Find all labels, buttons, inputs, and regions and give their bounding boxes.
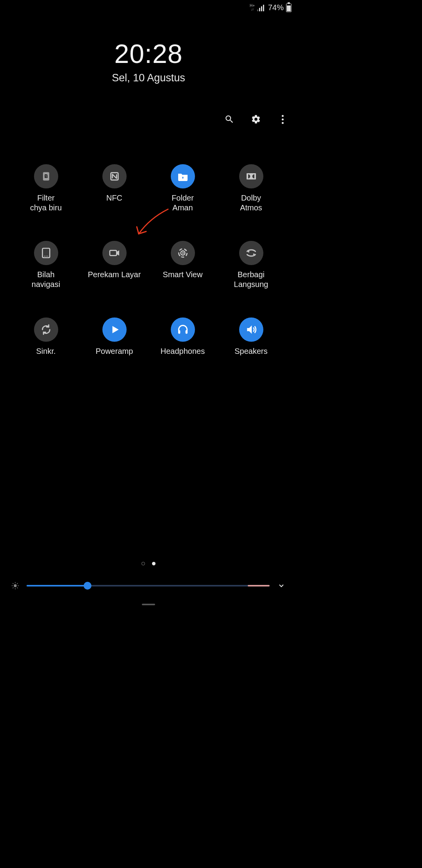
tile-nav-bar[interactable]: Bilah navigasi (12, 241, 80, 289)
svg-line-5 (13, 583, 13, 584)
nfc-icon (108, 170, 121, 183)
brightness-fill (27, 585, 88, 586)
svg-point-0 (14, 584, 16, 587)
sync-icon (40, 323, 52, 336)
svg-line-7 (13, 588, 13, 588)
tile-circle-screen-recorder[interactable] (102, 241, 127, 265)
clock-date: Sel, 10 Agustus (0, 72, 297, 84)
settings-button[interactable] (250, 113, 262, 125)
tile-label-live-share: Berbagi Langsung (234, 270, 268, 289)
page-dot-2[interactable] (152, 562, 156, 565)
brightness-thumb[interactable] (84, 582, 91, 590)
tile-circle-headphones[interactable] (171, 317, 195, 342)
tile-label-speakers: Speakers (234, 346, 268, 356)
brightness-expand-button[interactable] (277, 581, 286, 590)
brightness-row (0, 581, 297, 590)
tile-circle-blue-light-filter[interactable] (34, 164, 58, 188)
tile-dolby-atmos[interactable]: Dolby Atmos (217, 164, 285, 213)
tile-circle-live-share[interactable] (239, 241, 263, 265)
clock-time: 20:28 (0, 38, 297, 69)
signal-strength-icon (257, 4, 266, 11)
tile-secure-folder[interactable]: Folder Aman (148, 164, 217, 213)
tile-circle-smart-view[interactable] (171, 241, 195, 265)
tile-poweramp[interactable]: Poweramp (80, 317, 148, 356)
tile-circle-nfc[interactable] (102, 164, 127, 188)
page-indicator[interactable] (0, 562, 297, 565)
tile-label-poweramp: Poweramp (96, 346, 133, 356)
tile-screen-recorder[interactable]: Perekam Layar (80, 241, 148, 289)
tile-label-nav-bar: Bilah navigasi (32, 270, 60, 289)
tile-nfc[interactable]: NFC (80, 164, 148, 213)
tile-label-smart-view: Smart View (163, 270, 203, 280)
tile-headphones[interactable]: Headphones (148, 317, 217, 356)
play-icon (108, 323, 121, 336)
tile-circle-sync[interactable] (34, 317, 58, 342)
tile-label-secure-folder: Folder Aman (172, 193, 194, 213)
tile-label-headphones: Headphones (161, 346, 205, 356)
search-icon (224, 114, 234, 124)
page-dot-1[interactable] (141, 562, 145, 565)
tile-sync[interactable]: Sinkr. (12, 317, 80, 356)
search-button[interactable] (224, 113, 235, 125)
tile-circle-secure-folder[interactable] (171, 164, 195, 188)
tile-smart-view[interactable]: Smart View (148, 241, 217, 289)
tile-label-nfc: NFC (106, 193, 122, 203)
chevron-down-icon (277, 582, 285, 590)
tile-blue-light-filter[interactable]: Filter chya biru (12, 164, 80, 213)
battery-percentage: 74% (268, 3, 284, 12)
tile-circle-speakers[interactable] (239, 317, 263, 342)
quick-panel-toolbar (224, 113, 288, 125)
liveshare-icon (245, 247, 257, 259)
dolby-icon (245, 170, 257, 183)
smartview-icon (177, 247, 189, 259)
more-button[interactable] (277, 113, 288, 125)
clock-area: 20:28 Sel, 10 Agustus (0, 38, 297, 84)
tile-circle-nav-bar[interactable] (34, 241, 58, 265)
brightness-icon (11, 581, 20, 590)
navbar-icon (40, 247, 52, 259)
brightness-extra-range (248, 585, 270, 586)
status-bar: H+ ↓↑ 74% (250, 3, 291, 12)
bluelight-icon (40, 170, 52, 183)
tile-label-blue-light-filter: Filter chya biru (30, 193, 62, 213)
tile-speakers[interactable]: Speakers (217, 317, 285, 356)
tile-label-dolby-atmos: Dolby Atmos (240, 193, 262, 213)
tile-label-sync: Sinkr. (36, 346, 55, 356)
svg-line-8 (17, 583, 18, 584)
securefolder-icon (177, 170, 189, 183)
headphones-icon (177, 323, 189, 336)
tile-circle-dolby-atmos[interactable] (239, 164, 263, 188)
recorder-icon (108, 247, 121, 259)
drag-handle[interactable] (142, 604, 155, 605)
more-vert-icon (282, 115, 284, 124)
svg-line-6 (17, 588, 18, 588)
tile-live-share[interactable]: Berbagi Langsung (217, 241, 285, 289)
network-type-indicator: H+ ↓↑ (250, 4, 255, 11)
tile-label-screen-recorder: Perekam Layar (88, 270, 141, 280)
tile-circle-poweramp[interactable] (102, 317, 127, 342)
speakers-icon (245, 323, 257, 336)
quick-settings-grid: Filter chya biruNFCFolder AmanDolby Atmo… (0, 164, 297, 356)
battery-icon (286, 4, 291, 12)
brightness-slider[interactable] (27, 585, 270, 586)
gear-icon (251, 114, 261, 124)
